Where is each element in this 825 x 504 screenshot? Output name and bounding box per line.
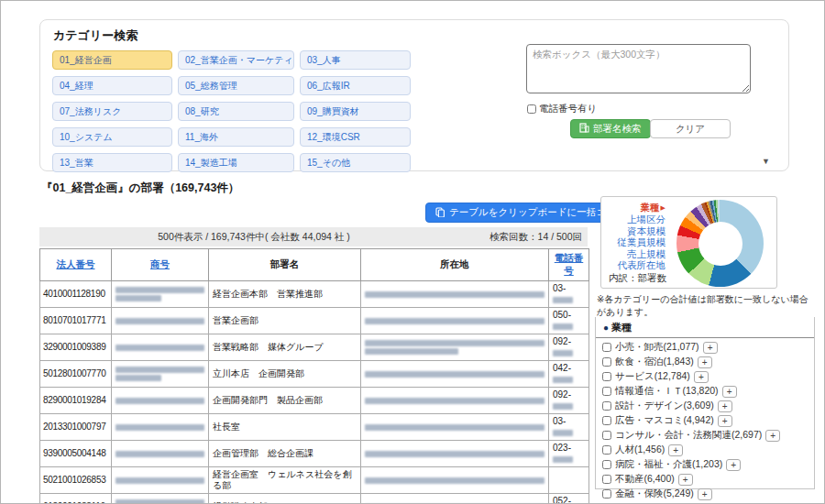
category-button-15_その他[interactable]: 15_その他 xyxy=(300,153,411,172)
industry-expand-button[interactable]: + xyxy=(718,415,732,427)
chart-tab-代表所在地[interactable]: 代表所在地 xyxy=(605,259,666,270)
redacted-text xyxy=(116,451,204,457)
phone-filter-checkbox[interactable] xyxy=(527,104,536,114)
industry-checkbox-不動産[interactable] xyxy=(602,475,611,484)
industry-expand-button[interactable]: + xyxy=(698,356,712,368)
sort-link-商号[interactable]: 商号 xyxy=(150,258,170,269)
chart-tab-従業員規模[interactable]: 従業員規模 xyxy=(605,236,666,247)
industry-label: 不動産(6,400) xyxy=(615,473,675,486)
column-header-法人番号[interactable]: 法人番号 xyxy=(40,249,112,281)
display-count: 500件表示 / 169,743件中( 会社数 44,094 社 ) xyxy=(39,227,468,247)
industry-checkbox-病院・福祉・介護[interactable] xyxy=(602,460,611,469)
department-cell: 企画開発部門 製品企画部 xyxy=(209,388,361,414)
industry-filter-panel: ●業種 小売・卸売(21,077)+飲食・宿泊(1,843)+サービス(12,7… xyxy=(595,317,815,489)
department-cell: 営業戦略部 媒体グループ xyxy=(209,334,361,361)
redacted-text xyxy=(365,348,458,355)
category-button-10_システム[interactable]: 10_システム xyxy=(52,127,172,147)
phone-cell: 092- xyxy=(549,334,589,361)
industry-expand-button[interactable]: + xyxy=(668,444,683,456)
industry-heading-label: 業種 xyxy=(611,322,632,333)
industry-label: 広告・マスコミ(4,942) xyxy=(615,414,714,427)
category-button-08_研究[interactable]: 08_研究 xyxy=(178,102,294,121)
clear-button[interactable]: クリア xyxy=(650,119,731,138)
industry-checkbox-広告・マスコミ[interactable] xyxy=(602,416,611,425)
category-button-04_経理[interactable]: 04_経理 xyxy=(52,76,172,95)
industry-item: 人材(1,456)+ xyxy=(602,444,808,456)
industry-expand-button[interactable]: + xyxy=(726,459,741,471)
chart-tab-売上規模[interactable]: 売上規模 xyxy=(605,248,666,259)
column-header-電話番号[interactable]: 電話番号 xyxy=(549,249,589,281)
industry-item: 設計・デザイン(3,609)+ xyxy=(602,400,808,412)
industry-expand-button[interactable]: + xyxy=(718,400,732,412)
chart-tab-上場区分[interactable]: 上場区分 xyxy=(605,214,666,225)
phone-filter-label: 電話番号有り xyxy=(539,103,597,115)
sort-link-法人番号[interactable]: 法人番号 xyxy=(57,258,95,269)
corporate-number-cell: 4010001128190 xyxy=(40,281,112,308)
department-cell: 企画管理部 総合企画課 xyxy=(209,441,361,467)
phone-cell: 03- xyxy=(549,414,589,441)
industry-expand-button[interactable]: + xyxy=(722,386,737,398)
industry-label: 飲食・宿泊(1,843) xyxy=(615,356,694,368)
redacted-text xyxy=(116,345,204,351)
category-button-13_営業[interactable]: 13_営業 xyxy=(52,153,172,172)
company-name-cell-redacted xyxy=(112,494,209,504)
sort-link-電話番号[interactable]: 電話番号 xyxy=(555,252,584,276)
industry-checkbox-飲食・宿泊[interactable] xyxy=(602,357,611,367)
industry-expand-button[interactable]: + xyxy=(678,474,693,486)
phone-cell: 092- xyxy=(549,388,589,414)
redacted-text xyxy=(553,456,573,463)
phone-prefix: 052- xyxy=(553,496,571,504)
industry-label: 情報通信・ＩＴ(13,820) xyxy=(615,385,719,398)
industry-checkbox-金融・保険[interactable] xyxy=(602,489,611,499)
industry-expand-button[interactable]: + xyxy=(765,430,780,442)
redacted-text xyxy=(553,430,573,436)
industry-expand-button[interactable]: + xyxy=(694,371,709,383)
column-header-商号[interactable]: 商号 xyxy=(112,249,209,281)
phone-cell: 023- xyxy=(549,441,589,467)
phone-cell xyxy=(549,467,589,494)
redacted-text xyxy=(365,371,544,378)
category-button-11_海外[interactable]: 11_海外 xyxy=(178,127,294,147)
industry-divider xyxy=(596,337,814,338)
category-button-02_営業企画・マーケティング[interactable]: 02_営業企画・マーケティング xyxy=(178,50,294,70)
category-button-09_購買資材[interactable]: 09_購買資材 xyxy=(300,102,411,121)
industry-expand-button[interactable]: + xyxy=(698,488,712,500)
category-button-06_広報IR[interactable]: 06_広報IR xyxy=(300,76,411,95)
chart-tab-業種[interactable]: 業種▶ xyxy=(605,202,666,214)
redacted-text xyxy=(116,398,204,404)
category-button-01_経営企画[interactable]: 01_経営企画 xyxy=(52,50,172,70)
chart-tab-資本規模[interactable]: 資本規模 xyxy=(605,225,666,236)
industry-checkbox-サービス[interactable] xyxy=(602,372,611,381)
redacted-text xyxy=(553,297,573,303)
phone-prefix: 092- xyxy=(553,336,571,346)
industry-checkbox-小売・卸売[interactable] xyxy=(602,343,611,352)
industry-donut-chart[interactable] xyxy=(676,200,764,287)
industry-checkbox-設計・デザイン[interactable] xyxy=(602,401,611,411)
category-button-12_環境CSR[interactable]: 12_環境CSR xyxy=(300,127,411,147)
redacted-text xyxy=(116,424,204,431)
industry-checkbox-人材[interactable] xyxy=(602,445,611,455)
company-name-cell-redacted xyxy=(112,308,209,334)
category-button-14_製造工場[interactable]: 14_製造工場 xyxy=(178,153,294,172)
industry-checkbox-情報通信・ＩＴ[interactable] xyxy=(602,387,611,396)
department-search-label: 部署名検索 xyxy=(593,123,642,136)
phone-prefix: 03- xyxy=(553,283,566,293)
department-search-button[interactable]: 部署名検索 xyxy=(570,119,651,138)
category-button-05_総務管理[interactable]: 05_総務管理 xyxy=(178,76,294,95)
collapse-arrow-icon[interactable]: ▼ xyxy=(762,157,770,166)
redacted-text xyxy=(365,291,544,298)
company-name-cell-redacted xyxy=(112,414,209,441)
chart-tab-list: 業種▶上場区分資本規模従業員規模売上規模代表所在地 xyxy=(605,202,666,270)
industry-label: コンサル・会計・法務関連(2,697) xyxy=(615,429,762,442)
industry-expand-button[interactable]: + xyxy=(703,342,718,354)
industry-item: 不動産(6,400)+ xyxy=(602,473,808,486)
phone-filter[interactable]: 電話番号有り xyxy=(527,103,597,115)
category-button-07_法務リスク[interactable]: 07_法務リスク xyxy=(52,102,172,121)
search-input[interactable] xyxy=(526,44,751,93)
corporate-number-cell: 3290001009389 xyxy=(40,334,112,361)
results-title: 『01_経営企画』の部署（169,743件） xyxy=(41,181,239,196)
category-button-03_人事[interactable]: 03_人事 xyxy=(300,50,411,70)
industry-checkbox-コンサル・会計・法務関連[interactable] xyxy=(602,431,611,440)
industry-list: 小売・卸売(21,077)+飲食・宿泊(1,843)+サービス(12,784)+… xyxy=(596,341,814,500)
table-row: 2013301000797社長室03- xyxy=(40,414,589,441)
